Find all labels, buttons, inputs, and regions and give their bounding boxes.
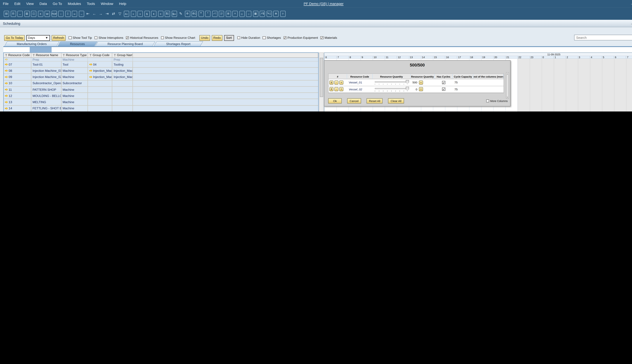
export-pdf-icon[interactable]: PDF <box>52 10 57 17</box>
modules-box-icon[interactable]: ▦ <box>253 10 258 17</box>
menu-edit[interactable]: Edit <box>12 2 23 6</box>
company-user-link[interactable]: PF Demo (GB) | manager <box>304 2 344 6</box>
sort-button[interactable]: Sort <box>224 35 234 41</box>
option-production-equipment[interactable]: ✓Production Equipment <box>284 36 318 40</box>
export-excel-icon[interactable]: X <box>38 10 43 17</box>
link-arrow-icon[interactable] <box>89 76 92 78</box>
option-shortages[interactable]: Shortages <box>263 36 281 40</box>
decrease-button[interactable]: - <box>334 80 338 84</box>
page-width-icon[interactable]: ↔ <box>17 10 23 17</box>
increase-button[interactable]: + <box>339 87 344 92</box>
link-forward-icon[interactable]: » <box>138 10 143 17</box>
column-header-group-name[interactable]: Group Name <box>112 53 133 58</box>
menu-view[interactable]: View <box>23 2 36 6</box>
table-row[interactable]: 09Injection Machine_02_MachineInjection_… <box>4 74 318 80</box>
tab-resource-planning-board[interactable]: Resource Planning Board <box>96 41 156 46</box>
column-header-resource-name[interactable]: Resource Name <box>31 53 62 58</box>
tab-shortages-report[interactable]: Shortages Report <box>154 41 203 46</box>
alert-doc-icon[interactable]: ▯! <box>219 10 224 17</box>
link-back-icon[interactable]: « <box>130 10 136 17</box>
link-arrow-icon[interactable] <box>5 70 8 72</box>
next-record-icon[interactable]: → <box>98 10 103 17</box>
menu-tools[interactable]: Tools <box>84 2 98 6</box>
table-row[interactable]: 10Subcontractor_OperatSubcontractor <box>4 80 318 87</box>
table-row[interactable]: 14FETTLING - SHOT BLMachine <box>4 106 318 112</box>
table-row[interactable]: 08Injection Machine_01_MachineInjection_… <box>4 68 318 74</box>
cancel-button[interactable]: Cancel <box>347 98 361 104</box>
refresh-record-icon[interactable]: ⇄ <box>111 10 116 17</box>
increase-quantity-button[interactable]: + <box>419 87 423 92</box>
table-row[interactable]: 07Tool-01Tool04Tooling <box>4 62 318 68</box>
menu-data[interactable]: Data <box>36 2 50 6</box>
link-arrow-icon[interactable] <box>5 88 8 91</box>
web-browser-icon[interactable]: ⊕ <box>273 10 278 17</box>
user-icon[interactable]: ☺ <box>239 10 244 17</box>
gross-profit-icon[interactable]: $▯ <box>165 10 170 17</box>
has-cycles-checkbox[interactable]: ✓ <box>442 81 445 84</box>
clear-all-button[interactable]: Clear All <box>388 98 404 104</box>
dialog-scrollbar[interactable]: ∧∨ <box>506 72 509 98</box>
scroll-up-icon[interactable]: ∧ <box>507 73 508 75</box>
remarks-off-icon[interactable]: ❜ <box>205 10 210 17</box>
copy-window-icon[interactable]: ◫ <box>31 10 36 17</box>
table-row[interactable]: 11PATTERN SHOPMachine <box>4 87 318 93</box>
more-columns-checkbox[interactable] <box>486 99 489 102</box>
link-arrow-icon[interactable] <box>89 63 92 66</box>
previous-record-icon[interactable]: ← <box>92 10 97 17</box>
option-show-tool-tip[interactable]: Show Tool Tip <box>68 36 92 40</box>
option-checkbox[interactable] <box>94 36 98 39</box>
remove-button[interactable]: X <box>330 80 334 84</box>
option-materials[interactable]: ✓Materials <box>320 36 337 40</box>
sort-table-icon[interactable]: A↕ <box>124 10 129 17</box>
link-arrow-icon[interactable] <box>5 101 8 104</box>
link-arrow-icon[interactable] <box>5 63 8 66</box>
minimize-icon[interactable]: — <box>631 2 632 5</box>
resource-table-scrollbar[interactable] <box>319 52 324 112</box>
payment-means-icon[interactable]: ¢ <box>151 10 156 17</box>
export-trend-icon[interactable]: ↗$ <box>260 10 265 17</box>
refresh-button[interactable]: Refresh <box>52 35 66 41</box>
menu-window[interactable]: Window <box>98 2 116 6</box>
decrease-button[interactable]: - <box>334 87 338 92</box>
table-row[interactable]: 12MOULDING - BELLOIMachine <box>4 93 318 99</box>
undo-button[interactable]: Undo <box>199 35 210 41</box>
find-icon[interactable]: ∞ <box>72 10 77 17</box>
column-header-resource-type[interactable]: Resource Type <box>61 53 88 58</box>
has-cycles-checkbox[interactable]: ✓ <box>442 88 445 91</box>
document-note-icon[interactable]: ▥ <box>24 10 30 17</box>
link-arrow-icon[interactable] <box>5 76 8 78</box>
menu-go-to[interactable]: Go To <box>50 2 65 6</box>
window-minimize-icon[interactable]: — <box>631 22 632 25</box>
first-record-icon[interactable]: ⇤ <box>86 10 90 17</box>
help-icon[interactable]: ? <box>280 10 286 17</box>
lock-screen-icon[interactable]: ▯ <box>65 10 70 17</box>
increase-button[interactable]: + <box>339 80 344 84</box>
approval-icon[interactable]: ✓! <box>212 10 217 17</box>
option-checkbox[interactable]: ✓ <box>126 36 129 39</box>
column-header-resource-code[interactable]: Resource Code <box>4 53 31 58</box>
option-checkbox[interactable] <box>161 36 164 39</box>
org-chart-icon[interactable]: ⌗ <box>232 10 238 17</box>
table-row[interactable]: 13MELTINGMachine <box>4 99 318 106</box>
dialog-row[interactable]: X-+Vessel_01500+✓75 <box>328 79 504 86</box>
goto-record-icon[interactable]: → <box>78 10 84 17</box>
filter-icon[interactable]: ▽ <box>118 10 122 17</box>
remove-button[interactable]: X <box>330 87 334 92</box>
dialog-row[interactable]: X-+Vessel_020+✓75 <box>328 86 504 93</box>
payment-icon[interactable]: $ <box>144 10 150 17</box>
option-hide-duration[interactable]: Hide Duration <box>237 36 260 40</box>
quantity-slider[interactable] <box>375 87 408 92</box>
calculator-icon[interactable]: ⊞ <box>226 10 231 17</box>
export-word-icon[interactable]: W <box>44 10 50 17</box>
form-settings-icon[interactable]: ⚙ <box>185 10 190 17</box>
search-input[interactable] <box>574 35 632 40</box>
link-arrow-icon[interactable] <box>5 82 8 84</box>
increase-quantity-button[interactable]: + <box>419 80 423 84</box>
option-checkbox[interactable] <box>237 36 240 39</box>
print-icon[interactable]: ⊟ <box>10 10 16 17</box>
tab-resources[interactable]: Resources <box>58 41 97 46</box>
menu-modules[interactable]: Modules <box>65 2 84 6</box>
interval-select[interactable]: Days ▼ <box>26 35 50 41</box>
time-doc-icon[interactable]: ○ <box>246 10 251 17</box>
quantity-slider[interactable] <box>375 80 408 85</box>
